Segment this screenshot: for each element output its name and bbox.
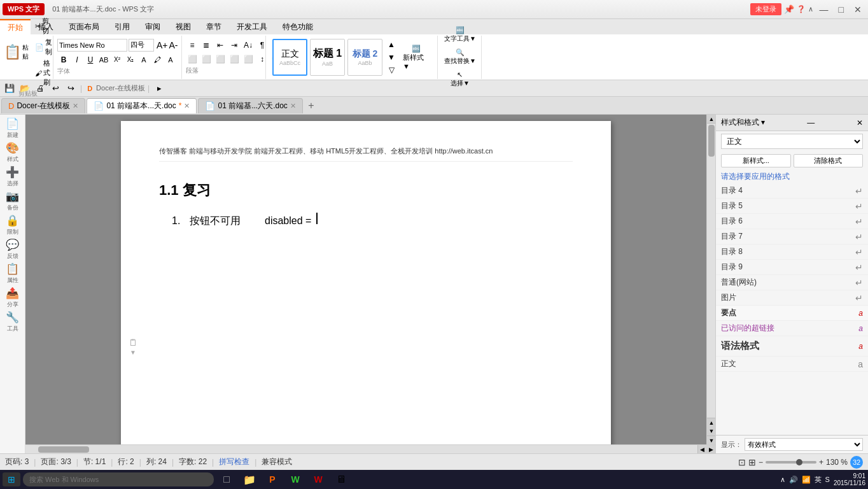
- fit-width-button[interactable]: ⊞: [748, 457, 756, 467]
- sidebar-properties-button[interactable]: 📋 属性: [2, 262, 24, 284]
- tab-view[interactable]: 视图: [168, 19, 199, 34]
- scroll-down-button[interactable]: ▼: [707, 436, 715, 444]
- tab-doc1[interactable]: 📄 01 前端基本...天.doc * ✕: [87, 98, 197, 113]
- align-center-button[interactable]: ⬜: [200, 53, 213, 65]
- doc-page[interactable]: 🗒 ▼ 传智播客 前端与移动开发学院 前端开发工程师、移动 HTML5开发工程师…: [121, 121, 611, 444]
- tab-page-layout[interactable]: 页面布局: [61, 19, 107, 34]
- style-item-4[interactable]: 目录 8 ↵: [716, 244, 868, 260]
- style-item-6[interactable]: 普通(网站) ↵: [716, 275, 868, 290]
- qa-redo-button[interactable]: ↪: [64, 82, 78, 95]
- scroll-thumb[interactable]: [708, 125, 715, 157]
- tab-special[interactable]: 特色功能: [275, 19, 321, 34]
- taskbar-writer[interactable]: W: [285, 472, 305, 487]
- tab-references[interactable]: 引用: [107, 19, 137, 34]
- sort-button[interactable]: A↓: [242, 39, 255, 51]
- zoom-out-button[interactable]: −: [759, 458, 763, 467]
- style-h1-preview[interactable]: 标题 1 AaB: [310, 39, 345, 76]
- style-item-2[interactable]: 目录 6 ↵: [716, 214, 868, 229]
- qa-print-button[interactable]: 🖨: [33, 82, 47, 95]
- font-color-button[interactable]: A: [137, 54, 150, 66]
- styles-expand-button[interactable]: ▽: [385, 64, 398, 76]
- sidebar-feedback-button[interactable]: 💬 反馈: [2, 238, 24, 260]
- taskbar-explorer[interactable]: 📁: [239, 472, 260, 487]
- doc-heading-1[interactable]: 1.1 复习: [159, 181, 573, 200]
- decrease-indent-button[interactable]: ⇤: [214, 39, 227, 51]
- login-button[interactable]: 未登录: [750, 3, 781, 15]
- unordered-list-button[interactable]: ≡: [186, 39, 199, 51]
- font-size-input[interactable]: [129, 39, 154, 52]
- text-tool-button[interactable]: 🔤文字工具▼: [442, 25, 479, 45]
- vertical-scrollbar[interactable]: ▲ ▲ ▼ ▼: [706, 115, 715, 444]
- new-style-button[interactable]: 新样式...: [721, 154, 791, 167]
- doc2-tab-close[interactable]: ✕: [290, 102, 296, 110]
- paste-button[interactable]: 📋 粘贴: [1, 42, 31, 62]
- taskbar-wps[interactable]: W: [308, 472, 328, 487]
- doc-content-area[interactable]: 🗒 ▼ 传智播客 前端与移动开发学院 前端开发工程师、移动 HTML5开发工程师…: [25, 115, 706, 444]
- font-decrease-icon[interactable]: A-: [169, 40, 178, 50]
- display-select[interactable]: 有效样式: [745, 438, 863, 451]
- justify-button[interactable]: ⬜: [228, 53, 241, 65]
- tray-ime[interactable]: 英: [815, 475, 822, 485]
- cut-button[interactable]: ✂剪切: [32, 16, 55, 36]
- pin-icon[interactable]: 📌: [784, 4, 794, 14]
- panel-minimize-button[interactable]: —: [807, 118, 815, 127]
- style-item-visited[interactable]: 已访问的超链接 a: [716, 321, 868, 336]
- align-right-button[interactable]: ⬜: [214, 53, 227, 65]
- h-scroll-thumb[interactable]: [38, 446, 89, 453]
- strikethrough-button[interactable]: AB: [97, 54, 110, 66]
- clear-format-button[interactable]: 清除格式: [794, 154, 864, 167]
- taskbar-powerpoint[interactable]: P: [262, 472, 283, 487]
- qa-open-button[interactable]: 📂: [18, 82, 32, 95]
- taskbar-task-view[interactable]: □: [216, 472, 237, 487]
- superscript-button[interactable]: X²: [111, 54, 123, 66]
- zoom-in-button[interactable]: +: [819, 458, 823, 467]
- wps-logo[interactable]: WPS 文字: [3, 3, 45, 15]
- sidebar-backup-button[interactable]: 📷 备份: [2, 190, 24, 211]
- styles-up-button[interactable]: ▲: [385, 39, 398, 50]
- tray-network[interactable]: 📶: [802, 476, 811, 484]
- tab-dev-tools[interactable]: 开发工具: [229, 19, 275, 34]
- style-item-7[interactable]: 图片 ↵: [716, 290, 868, 306]
- help-icon[interactable]: ❓: [797, 5, 806, 13]
- doc1-tab-close[interactable]: ✕: [184, 102, 190, 110]
- style-item-3[interactable]: 目录 7 ↵: [716, 229, 868, 244]
- align-dist-button[interactable]: ⬜: [242, 53, 255, 65]
- tray-volume[interactable]: 🔊: [789, 476, 798, 484]
- style-item-body[interactable]: 正文 a: [716, 357, 868, 372]
- scroll-up-button[interactable]: ▲: [707, 115, 715, 124]
- scroll-expand-top[interactable]: ▲: [707, 418, 715, 427]
- doc-list-item-1[interactable]: 1. 按钮不可用 disabled =: [172, 213, 573, 228]
- style-normal-preview[interactable]: 正文 AaBbCc: [272, 39, 307, 76]
- new-style-button[interactable]: 🔤新样式▼: [400, 43, 432, 71]
- tab-chapter[interactable]: 章节: [199, 19, 229, 34]
- tray-expand[interactable]: ∧: [780, 476, 785, 484]
- line-spacing-button[interactable]: ↕: [256, 53, 269, 65]
- expand-icon[interactable]: ∧: [808, 5, 813, 13]
- fit-page-button[interactable]: ⊡: [738, 457, 746, 467]
- find-replace-button[interactable]: 🔍查找替换▼: [442, 47, 479, 67]
- increase-indent-button[interactable]: ⇥: [228, 39, 241, 51]
- sidebar-restrict-button[interactable]: 🔒 限制: [2, 214, 24, 236]
- style-item-1[interactable]: 目录 5 ↵: [716, 199, 868, 214]
- char-border-button[interactable]: A: [164, 54, 177, 66]
- docer-icon[interactable]: D: [85, 82, 95, 95]
- sidebar-style-button[interactable]: 🎨 样式: [2, 141, 24, 163]
- italic-button[interactable]: I: [71, 54, 83, 66]
- tab-docer[interactable]: D Docer-在线模板 ✕: [1, 98, 85, 113]
- spell-check-button[interactable]: 拼写检查: [219, 457, 249, 467]
- qa-extra-button[interactable]: ▸: [152, 82, 166, 95]
- horizontal-scrollbar[interactable]: ◀ ▶: [25, 444, 715, 453]
- docer-label[interactable]: Docer-在线模板: [96, 83, 145, 93]
- taskbar-monitor[interactable]: 🖥: [331, 472, 351, 487]
- style-item-5[interactable]: 目录 9 ↵: [716, 260, 868, 275]
- subscript-button[interactable]: X₂: [124, 54, 137, 66]
- select-button[interactable]: ↖选择▼: [448, 69, 472, 89]
- minimize-button[interactable]: —: [816, 4, 832, 15]
- underline-button[interactable]: U: [84, 54, 97, 66]
- ordered-list-button[interactable]: ≣: [200, 39, 213, 51]
- sidebar-tools-button[interactable]: 🔧 工具: [2, 311, 24, 332]
- zoom-slider[interactable]: [766, 461, 816, 464]
- h-scroll-right[interactable]: ▶: [706, 445, 715, 454]
- tab-review[interactable]: 审阅: [137, 19, 168, 34]
- h-scroll-left[interactable]: ◀: [697, 445, 706, 454]
